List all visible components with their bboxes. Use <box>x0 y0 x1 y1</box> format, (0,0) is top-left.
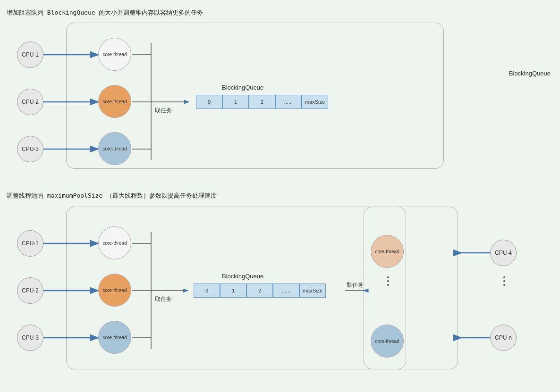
top-action-label: 取任务 <box>155 107 172 115</box>
top-core-3: core-thread <box>98 132 131 165</box>
bottom-core-right-1: core-thread <box>371 235 404 268</box>
top-core-2: core-thread <box>98 85 131 118</box>
top-queue-cell-2: 2 <box>249 95 275 109</box>
bq-top-right-label: BlockingQueue <box>509 70 551 77</box>
bottom-queue-cell-2: 2 <box>246 284 273 298</box>
rdot2 <box>503 280 505 282</box>
bottom-queue-cell-1: 1 <box>220 284 246 298</box>
bottom-core-left-1: core-thread <box>98 226 131 259</box>
bottom-core-left-3: core-thread <box>98 321 131 354</box>
bottom-right-dots <box>387 276 389 286</box>
bottom-queue-cell-dots: ...... <box>273 284 299 298</box>
top-core-1: core-thread <box>98 38 131 71</box>
dot2 <box>387 280 389 282</box>
top-cpu-2: CPU-2 <box>17 89 43 115</box>
page-container: 增加阻塞队列 BlockingQueue 的大小并调整堆内存以容纳更多的任务 <box>0 0 560 392</box>
bottom-queue-cell-max: maxSize <box>299 284 326 298</box>
top-queue-cell-max: maxSize <box>302 95 328 109</box>
dot1 <box>387 276 389 278</box>
bottom-right-cpu-dots <box>503 276 505 286</box>
bottom-bq-label: BlockingQueue <box>222 273 263 280</box>
bottom-core-left-2: core-thread <box>98 274 131 307</box>
top-cpu-1: CPU-1 <box>17 42 43 68</box>
top-title: 增加阻塞队列 BlockingQueue 的大小并调整堆内存以容纳更多的任务 <box>0 5 560 21</box>
bottom-diagram: CPU-1 CPU-2 CPU-3 core-thread core-threa… <box>5 207 555 386</box>
top-queue-cell-1: 1 <box>222 95 249 109</box>
bottom-action-left: 取任务 <box>155 295 172 303</box>
rdot1 <box>503 276 505 278</box>
bottom-queue: 0 1 2 ...... maxSize <box>194 284 326 298</box>
top-queue: 0 1 2 ...... maxSize <box>196 95 328 109</box>
bottom-cpu-1: CPU-1 <box>17 230 43 257</box>
bottom-queue-cell-0: 0 <box>194 284 220 298</box>
dot3 <box>387 284 389 286</box>
top-cpu-3: CPU-3 <box>17 136 43 162</box>
bottom-action-right: 取任务 <box>347 281 364 289</box>
rdot3 <box>503 284 505 286</box>
bottom-cpu-2: CPU-2 <box>17 277 43 304</box>
bottom-title: 调整线程池的 maximumPoolSize （最大线程数）参数以提高任务处理速… <box>0 188 560 204</box>
bottom-cpu-3: CPU-3 <box>17 325 43 351</box>
top-bq-label: BlockingQueue <box>222 84 263 91</box>
top-queue-cell-0: 0 <box>196 95 222 109</box>
bottom-cpu-4: CPU-4 <box>490 240 517 266</box>
bottom-core-right-2: core-thread <box>371 325 404 358</box>
bottom-cpu-n: CPU-n <box>490 325 517 351</box>
top-diagram: CPU-1 CPU-2 CPU-3 core-thread core-threa… <box>5 23 555 183</box>
top-queue-cell-dots: ...... <box>275 95 302 109</box>
